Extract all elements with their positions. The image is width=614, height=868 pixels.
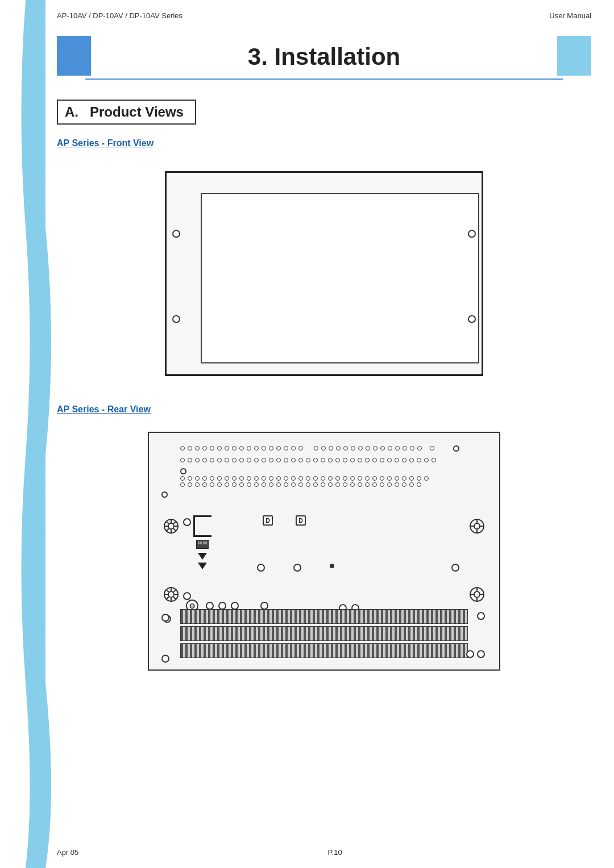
small-screw-l1 xyxy=(183,518,191,528)
c-connector xyxy=(193,515,211,569)
port-strip-1 xyxy=(180,609,468,624)
svg-line-9 xyxy=(167,528,169,531)
page-footer: Apr 05 P.10 xyxy=(57,848,591,857)
chapter-title-section: 3. Installation xyxy=(57,31,591,82)
front-screw-bottom-left xyxy=(172,315,180,323)
gear-screw-br xyxy=(469,586,485,605)
port-strip-2 xyxy=(180,626,468,641)
port-strips-section xyxy=(180,609,468,658)
front-view-diagram xyxy=(57,160,591,387)
header-right: User Manual xyxy=(549,11,591,20)
bottom-right-dots xyxy=(466,650,485,658)
connector-row-4 xyxy=(180,482,468,487)
connector-row-2 xyxy=(180,455,468,474)
front-view-heading: AP Series - Front View xyxy=(57,138,591,148)
right-mid-dot xyxy=(451,564,459,574)
rear-view-heading: AP Series - Rear View xyxy=(57,404,591,415)
chapter-title-bg-right xyxy=(557,36,591,76)
svg-point-21 xyxy=(474,523,480,529)
mid-dots xyxy=(257,564,334,572)
footer-page: P.10 xyxy=(328,848,342,857)
chapter-title: 3. Installation xyxy=(248,43,400,71)
port-strip-3 xyxy=(180,643,468,658)
svg-line-17 xyxy=(173,597,176,599)
front-screw-top-left xyxy=(172,230,180,238)
svg-line-6 xyxy=(167,522,169,524)
rear-view-diagram: D D Θ xyxy=(57,426,591,676)
svg-point-1 xyxy=(168,523,174,529)
gear-screw-tl xyxy=(163,518,179,536)
svg-line-8 xyxy=(173,522,176,524)
connector-row-1 xyxy=(180,443,468,453)
rear-bottom-corner-dot xyxy=(161,655,169,665)
svg-line-16 xyxy=(167,590,169,592)
footer-date: Apr 05 xyxy=(57,848,78,857)
front-view-outer-frame xyxy=(165,171,483,376)
svg-point-27 xyxy=(474,592,480,597)
chapter-title-line xyxy=(85,78,563,80)
svg-line-18 xyxy=(173,590,176,592)
gear-screw-tr xyxy=(469,518,485,536)
gear-screw-bl xyxy=(163,586,179,605)
chapter-title-bg-left xyxy=(57,36,91,76)
right-side-dots xyxy=(477,612,485,620)
svg-line-7 xyxy=(173,528,176,531)
section-a-title: A. Product Views xyxy=(65,104,184,119)
rear-view-frame: D D Θ xyxy=(148,432,500,671)
svg-line-19 xyxy=(167,597,169,599)
front-view-screen xyxy=(201,193,479,363)
rear-left-top-screw xyxy=(161,491,168,498)
header-left: AP-10AV / DP-10AV / DP-10AV Series xyxy=(57,11,182,20)
svg-point-11 xyxy=(168,592,174,597)
d-connectors: D D xyxy=(263,515,306,526)
rear-bottom-left-dot xyxy=(161,614,169,624)
front-screw-bottom-right xyxy=(468,315,476,323)
connector-row-3 xyxy=(180,476,468,481)
section-a-box: A. Product Views xyxy=(57,100,196,125)
rear-components-section: D D Θ xyxy=(160,512,488,615)
front-screw-top-right xyxy=(468,230,476,238)
